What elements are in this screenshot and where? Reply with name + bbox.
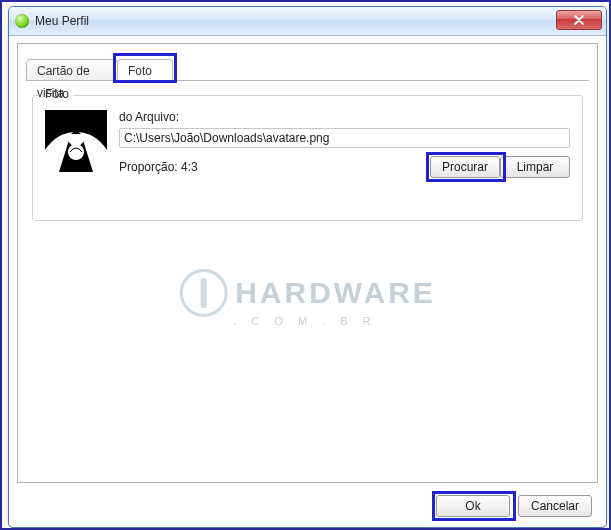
- watermark: HARDWARE . C O M . B R: [179, 269, 436, 327]
- tab-card[interactable]: Cartão de visita: [26, 59, 118, 81]
- app-icon: [15, 14, 29, 28]
- clear-button[interactable]: Limpar: [500, 156, 570, 178]
- profile-dialog: Meu Perfil Cartão de visita Foto Foto: [8, 6, 607, 528]
- ok-button[interactable]: Ok: [436, 495, 510, 517]
- window-title: Meu Perfil: [35, 14, 556, 28]
- tab-photo[interactable]: Foto: [117, 59, 173, 81]
- titlebar: Meu Perfil: [9, 7, 606, 36]
- file-label: do Arquivo:: [119, 110, 570, 124]
- client-area: Cartão de visita Foto Foto: [17, 43, 598, 483]
- photo-group: Foto: [32, 95, 583, 221]
- browse-button[interactable]: Procurar: [430, 156, 500, 178]
- watermark-text: HARDWARE: [235, 276, 436, 310]
- close-icon: [574, 15, 584, 25]
- cancel-button[interactable]: Cancelar: [518, 495, 592, 517]
- tabs-strip: Cartão de visita Foto: [26, 54, 589, 81]
- dialog-footer: Ok Cancelar: [436, 495, 592, 517]
- avatar-preview: [45, 110, 107, 172]
- close-button[interactable]: [556, 10, 602, 30]
- watermark-subtext: . C O M . B R: [233, 315, 436, 327]
- watermark-icon: [179, 269, 227, 317]
- ratio-label: Proporção: 4:3: [119, 160, 430, 174]
- file-path-input[interactable]: [119, 128, 570, 148]
